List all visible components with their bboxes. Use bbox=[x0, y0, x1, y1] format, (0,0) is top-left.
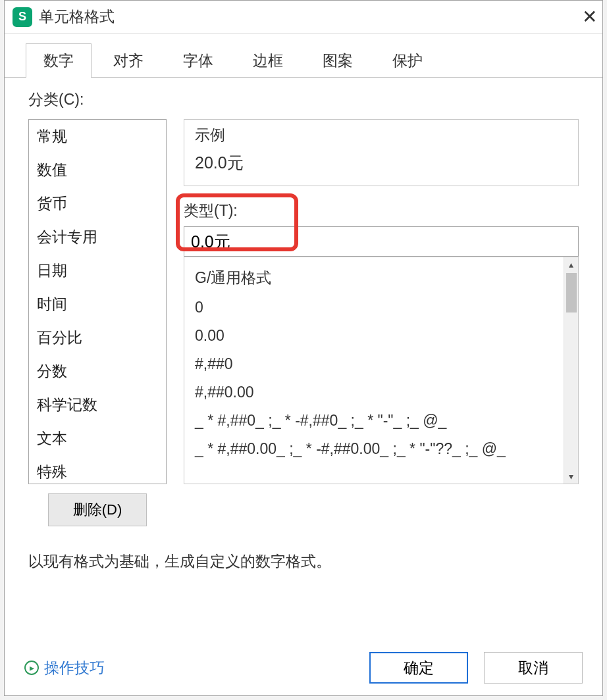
scroll-thumb[interactable] bbox=[566, 273, 577, 312]
scroll-up-icon[interactable]: ▴ bbox=[564, 257, 579, 272]
list-item[interactable]: 货币 bbox=[29, 187, 166, 220]
sample-box: 示例 20.0元 bbox=[184, 119, 579, 186]
list-item[interactable]: 分数 bbox=[29, 355, 166, 388]
list-item[interactable]: #,##0.00 bbox=[195, 378, 560, 407]
list-item[interactable]: 常规 bbox=[29, 120, 166, 153]
list-item[interactable]: _ * #,##0_ ;_ * -#,##0_ ;_ * "-"_ ;_ @_ bbox=[195, 407, 560, 435]
list-item[interactable]: #,##0 bbox=[195, 350, 560, 378]
ok-button[interactable]: 确定 bbox=[369, 652, 468, 684]
list-item[interactable]: 特殊 bbox=[29, 455, 166, 484]
help-link[interactable]: ▸ 操作技巧 bbox=[24, 658, 354, 678]
tab-content: 分类(C): 常规 数值 货币 会计专用 日期 时间 百分比 分数 科学记数 文… bbox=[5, 78, 602, 640]
scroll-down-icon[interactable]: ▾ bbox=[564, 469, 579, 484]
sample-value: 20.0元 bbox=[195, 152, 567, 174]
tab-alignment[interactable]: 对齐 bbox=[95, 43, 161, 78]
scrollbar[interactable]: ▴ ▾ bbox=[564, 257, 578, 484]
app-icon: S bbox=[13, 7, 32, 27]
list-item[interactable]: 数值 bbox=[29, 153, 166, 187]
list-item[interactable]: 会计专用 bbox=[29, 220, 166, 254]
dialog-footer: ▸ 操作技巧 确定 取消 bbox=[5, 640, 602, 695]
tab-protection[interactable]: 保护 bbox=[375, 43, 440, 78]
play-icon: ▸ bbox=[24, 661, 39, 675]
tab-border[interactable]: 边框 bbox=[235, 43, 301, 78]
list-item[interactable]: 时间 bbox=[29, 288, 166, 321]
list-item[interactable]: 百分比 bbox=[29, 321, 166, 355]
list-item[interactable]: 科学记数 bbox=[29, 388, 166, 422]
help-label: 操作技巧 bbox=[44, 658, 105, 678]
tab-strip: 数字 对齐 字体 边框 图案 保护 bbox=[5, 34, 602, 78]
category-listbox[interactable]: 常规 数值 货币 会计专用 日期 时间 百分比 分数 科学记数 文本 特殊 自定… bbox=[28, 119, 167, 484]
hint-text: 以现有格式为基础，生成自定义的数字格式。 bbox=[28, 551, 579, 572]
type-input[interactable] bbox=[184, 226, 579, 257]
format-listbox[interactable]: G/通用格式 0 0.00 #,##0 #,##0.00 _ * #,##0_ … bbox=[184, 257, 579, 484]
list-item[interactable]: 0 bbox=[195, 293, 560, 322]
list-item[interactable]: 0.00 bbox=[195, 322, 560, 350]
tab-pattern[interactable]: 图案 bbox=[305, 43, 371, 78]
cancel-button[interactable]: 取消 bbox=[484, 652, 583, 684]
tab-font[interactable]: 字体 bbox=[165, 43, 231, 78]
close-icon[interactable]: ✕ bbox=[571, 6, 597, 28]
category-label: 分类(C): bbox=[28, 89, 579, 110]
sample-label: 示例 bbox=[195, 125, 567, 145]
cell-format-dialog: S 单元格格式 ✕ 数字 对齐 字体 边框 图案 保护 分类(C): 常规 数值… bbox=[4, 0, 603, 696]
dialog-title: 单元格格式 bbox=[39, 7, 571, 27]
type-label: 类型(T): bbox=[184, 201, 579, 221]
list-item[interactable]: G/通用格式 bbox=[195, 262, 560, 293]
delete-button[interactable]: 删除(D) bbox=[48, 493, 147, 526]
list-item[interactable]: _ * #,##0.00_ ;_ * -#,##0.00_ ;_ * "-"??… bbox=[195, 435, 560, 463]
list-item[interactable]: 文本 bbox=[29, 422, 166, 455]
tab-number[interactable]: 数字 bbox=[26, 43, 92, 78]
list-item[interactable]: 日期 bbox=[29, 254, 166, 288]
titlebar[interactable]: S 单元格格式 ✕ bbox=[5, 1, 602, 34]
